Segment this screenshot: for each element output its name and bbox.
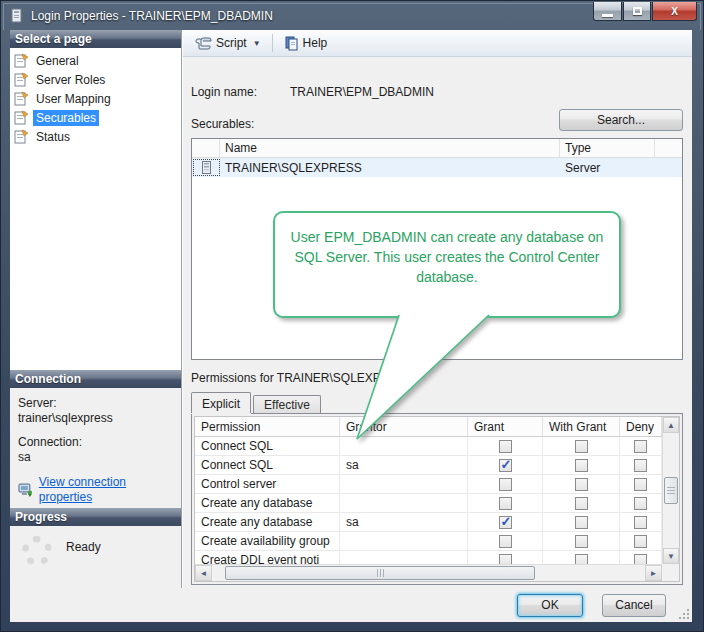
login-properties-window: Login Properties - TRAINER\EPM_DBADMIN X… [0,0,704,632]
permission-row[interactable]: Connect SQL [195,437,662,456]
titlebar[interactable]: Login Properties - TRAINER\EPM_DBADMIN X [1,1,703,30]
minimize-icon [602,14,613,17]
help-button[interactable]: Help [278,32,334,54]
grant-checkbox[interactable] [499,554,512,565]
securables-label: Securables: [191,117,254,131]
script-label: Script [216,36,247,50]
search-button[interactable]: Search... [559,109,683,131]
script-icon [195,36,212,51]
deny-checkbox[interactable] [634,459,647,472]
securable-type: Server [560,161,655,175]
permission-cell: Create DDL event noti [195,551,340,564]
with-grant-checkbox[interactable] [575,440,588,453]
with-grant-checkbox[interactable] [575,497,588,510]
dialog-footer: OK Cancel [10,588,692,622]
sidebar-item-label: Securables [33,110,99,126]
connection-label: Connection: [18,435,181,450]
securables-table: Name Type [191,138,683,360]
horizontal-scrollbar[interactable]: ◄ ► [195,564,662,581]
server-icon [194,160,219,175]
ok-button[interactable]: OK [517,594,583,617]
scroll-right-icon[interactable]: ► [645,565,662,581]
permission-row[interactable]: Create availability group [195,532,662,551]
scroll-down-icon[interactable]: ▼ [663,548,679,564]
with-grant-checkbox[interactable] [575,459,588,472]
maximize-button[interactable] [623,2,651,21]
grant-checkbox[interactable] [499,478,512,491]
maximize-icon [633,7,642,15]
permission-cell: Create any database [195,494,340,512]
with-grant-checkbox[interactable] [575,554,588,565]
permission-row[interactable]: Create DDL event noti [195,551,662,564]
deny-checkbox[interactable] [634,516,647,529]
permissions-for-label: Permissions for TRAINER\SQLEXPR [191,371,683,387]
deny-column-header[interactable]: Deny [620,417,662,436]
sidebar: Select a page General Server Roles User … [10,30,182,588]
server-label: Server: [18,396,181,411]
permission-row[interactable]: Control server [195,475,662,494]
deny-checkbox[interactable] [634,554,647,565]
connection-header: Connection [10,370,181,388]
resize-grip[interactable] [679,609,690,620]
securable-name: TRAINER\SQLEXPRESS [220,161,560,175]
scroll-up-icon[interactable]: ▲ [663,417,679,433]
grant-checkbox[interactable] [499,516,512,529]
view-connection-properties-link[interactable]: View connection properties [39,475,181,505]
grantor-cell [340,475,468,493]
with-grant-column-header[interactable]: With Grant [543,417,620,436]
help-label: Help [303,36,328,50]
sidebar-item-label: General [33,53,82,69]
sidebar-item-securables[interactable]: Securables [10,108,181,127]
close-button[interactable]: X [652,2,697,21]
grantor-cell: sa [340,456,468,474]
sidebar-item-user-mapping[interactable]: User Mapping [10,89,181,108]
permission-row[interactable]: Create any database [195,494,662,513]
grantor-column-header[interactable]: Grantor [340,417,468,436]
securable-row[interactable]: TRAINER\SQLEXPRESS Server [192,158,682,177]
sidebar-item-status[interactable]: Status [10,127,181,146]
grant-checkbox[interactable] [499,535,512,548]
minimize-button[interactable] [593,2,622,21]
permission-cell: Connect SQL [195,456,340,474]
type-column-header[interactable]: Type [560,139,655,157]
vertical-scrollbar-thumb[interactable] [664,477,678,504]
deny-checkbox[interactable] [634,497,647,510]
with-grant-checkbox[interactable] [575,478,588,491]
name-column-header[interactable]: Name [220,139,560,157]
connection-value: sa [18,450,181,465]
with-grant-checkbox[interactable] [575,516,588,529]
grant-checkbox[interactable] [499,497,512,510]
grantor-cell [340,494,468,512]
permissions-grid: Permission Grantor Grant With Grant Deny… [194,416,680,582]
sidebar-item-general[interactable]: General [10,51,181,70]
deny-checkbox[interactable] [634,440,647,453]
deny-checkbox[interactable] [634,478,647,491]
deny-checkbox[interactable] [634,535,647,548]
server-value: trainer\sqlexpress [18,411,181,426]
script-dropdown-icon[interactable]: ▼ [253,39,261,48]
tab-explicit[interactable]: Explicit [191,392,251,413]
progress-panel: Ready [10,526,181,588]
login-name-value: TRAINER\EPM_DBADMIN [290,85,434,99]
close-icon: X [671,6,678,17]
scroll-left-icon[interactable]: ◄ [195,565,212,581]
tab-effective[interactable]: Effective [253,395,321,413]
permission-row[interactable]: Create any database sa [195,513,662,532]
page-icon [14,53,29,68]
permission-row[interactable]: Connect SQL sa [195,456,662,475]
sidebar-item-label: Server Roles [33,72,108,88]
cancel-button[interactable]: Cancel [602,594,666,617]
grant-checkbox[interactable] [499,459,512,472]
grant-column-header[interactable]: Grant [468,417,543,436]
securables-table-header: Name Type [192,139,682,158]
scrollbar-corner [662,564,679,581]
sidebar-item-server-roles[interactable]: Server Roles [10,70,181,89]
permission-column-header[interactable]: Permission [195,417,340,436]
vertical-scrollbar[interactable]: ▲ ▼ [662,417,679,564]
with-grant-checkbox[interactable] [575,535,588,548]
select-a-page-header: Select a page [10,30,181,48]
grantor-cell: sa [340,513,468,531]
script-button[interactable]: Script ▼ [189,32,267,54]
horizontal-scrollbar-thumb[interactable] [225,566,535,580]
grant-checkbox[interactable] [499,440,512,453]
